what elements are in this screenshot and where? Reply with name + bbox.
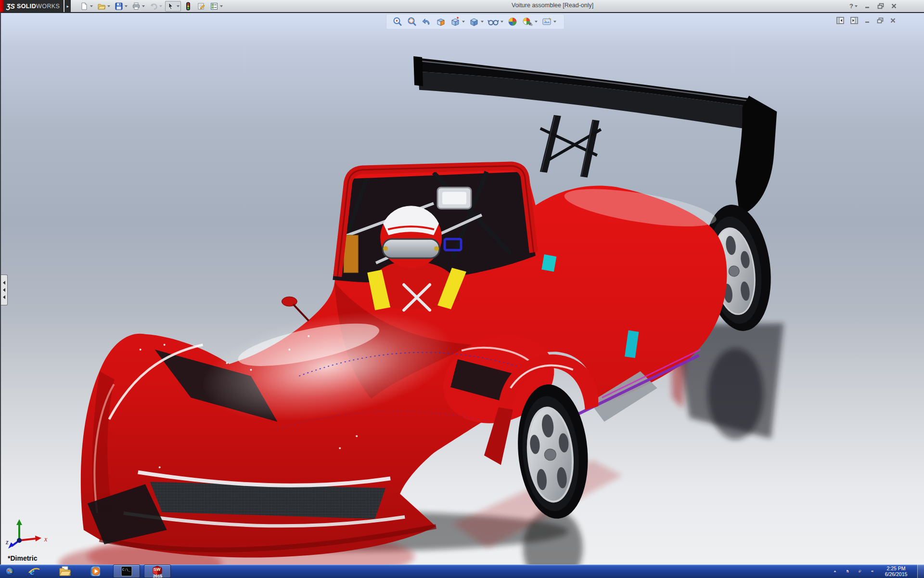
- dropdown-caret-icon[interactable]: [553, 21, 556, 23]
- minimize-button[interactable]: [864, 3, 871, 9]
- media-player-icon: [90, 565, 102, 578]
- taskbar-windows-explorer[interactable]: [51, 565, 78, 578]
- help-label: ?: [849, 2, 853, 10]
- hide-show-items-button[interactable]: [487, 16, 504, 27]
- solidworks-logo-text-light: WORKS: [36, 3, 60, 10]
- taskbar-internet-explorer[interactable]: e: [21, 565, 48, 578]
- display-style-icon: [469, 16, 479, 27]
- eyeglasses-icon: [488, 16, 499, 27]
- save-button[interactable]: [113, 1, 129, 12]
- open-folder-icon: [97, 2, 106, 11]
- view-settings-button[interactable]: [540, 16, 557, 27]
- display-style-button[interactable]: [468, 16, 485, 27]
- note-pencil-icon: [197, 2, 205, 11]
- action-center-flag-icon: [846, 567, 849, 576]
- appearance-ball-icon: [507, 16, 518, 27]
- close-icon: [891, 3, 897, 9]
- start-button[interactable]: [2, 565, 17, 578]
- taskbar-command-prompt[interactable]: C:\_: [113, 565, 140, 578]
- file-properties-button[interactable]: [195, 1, 207, 12]
- triad-z-label: z: [5, 539, 9, 546]
- dropdown-caret-icon[interactable]: [142, 5, 145, 7]
- network-status-button[interactable]: [856, 565, 864, 577]
- dropdown-caret-icon[interactable]: [855, 5, 858, 7]
- window-controls: ?: [849, 0, 897, 12]
- solidworks-logo: ƷS SOLID WORKS: [3, 0, 64, 12]
- graphics-area[interactable]: x z *Dimetric: [0, 12, 924, 565]
- close-button[interactable]: [891, 3, 897, 9]
- doc-close-button[interactable]: [890, 17, 896, 24]
- sw-letters: SW: [154, 567, 161, 572]
- clock-time: 2:25 PM: [881, 565, 911, 571]
- dropdown-caret-icon[interactable]: [90, 5, 93, 7]
- menu-flyout-arrow[interactable]: ▸: [64, 0, 71, 12]
- show-desktop-button[interactable]: [917, 565, 924, 578]
- restore-button[interactable]: [877, 3, 884, 9]
- view-orientation-button[interactable]: [449, 16, 466, 27]
- helmet: [380, 206, 442, 268]
- windows-start-icon: [5, 565, 14, 578]
- solidworks-logo-mark: ƷS: [6, 2, 15, 10]
- options-list-icon: [210, 2, 218, 11]
- dropdown-caret-icon[interactable]: [177, 5, 180, 7]
- new-document-button[interactable]: [78, 1, 94, 12]
- taskbar-solidworks-2015[interactable]: SW 2015: [144, 565, 171, 578]
- left-pane-icon: [836, 17, 844, 24]
- doc-minimize-button[interactable]: [864, 17, 871, 24]
- volume-button[interactable]: [868, 565, 877, 577]
- restore-icon: [877, 17, 884, 24]
- view-settings-icon: [541, 16, 552, 27]
- show-right-pane-button[interactable]: [850, 17, 858, 24]
- select-tool-button[interactable]: [165, 1, 181, 12]
- section-view-icon: [436, 16, 446, 27]
- taskbar-media-player[interactable]: [82, 565, 109, 578]
- close-icon: [890, 17, 896, 24]
- speaker-icon: [871, 567, 874, 576]
- rebuild-button[interactable]: [182, 1, 194, 12]
- feature-panel-collapse-tab[interactable]: [1, 275, 8, 305]
- doc-restore-button[interactable]: [877, 17, 884, 24]
- chevron-up-icon: [834, 569, 836, 573]
- heads-up-view-toolbar: [386, 14, 565, 29]
- dropdown-caret-icon[interactable]: [481, 21, 484, 23]
- dropdown-caret-icon[interactable]: [500, 21, 503, 23]
- save-icon: [115, 2, 123, 11]
- dropdown-caret-icon[interactable]: [125, 5, 128, 7]
- options-button[interactable]: [208, 1, 224, 12]
- sw-year: 2015: [153, 574, 162, 578]
- apply-scene-icon: [522, 16, 533, 27]
- dropdown-caret-icon[interactable]: [535, 21, 538, 23]
- dropdown-caret-icon[interactable]: [220, 5, 223, 7]
- internet-explorer-icon: e: [28, 565, 40, 578]
- print-button[interactable]: [130, 1, 146, 12]
- car-3d-model[interactable]: [1, 13, 924, 565]
- open-button[interactable]: [96, 1, 112, 12]
- zoom-to-fit-button[interactable]: [391, 16, 404, 27]
- view-orientation-icon: [450, 16, 461, 27]
- window-title: Voiture assomblee [Read-only]: [512, 2, 593, 9]
- new-document-icon: [80, 2, 89, 11]
- dropdown-caret-icon[interactable]: [107, 5, 110, 7]
- dropdown-caret-icon[interactable]: [159, 5, 162, 7]
- print-icon: [132, 2, 141, 11]
- taskbar-clock[interactable]: 2:25 PM 6/26/2015: [881, 565, 911, 577]
- orientation-triad: x z: [5, 517, 53, 551]
- undo-button[interactable]: [148, 1, 164, 12]
- previous-view-button[interactable]: [420, 16, 433, 27]
- zoom-to-fit-icon: [392, 16, 403, 27]
- triad-x-label: x: [44, 536, 48, 543]
- show-hidden-icons-button[interactable]: [831, 565, 839, 577]
- action-center-button[interactable]: [843, 565, 852, 577]
- apply-scene-button[interactable]: [521, 16, 539, 27]
- restore-icon: [877, 3, 884, 9]
- dropdown-caret-icon[interactable]: [462, 21, 465, 23]
- edit-appearance-button[interactable]: [506, 16, 519, 27]
- select-cursor-icon: [167, 2, 175, 11]
- zoom-to-area-button[interactable]: [406, 16, 418, 27]
- show-left-pane-button[interactable]: [836, 17, 844, 24]
- help-button[interactable]: ?: [849, 2, 858, 10]
- collapse-arrow-icon: [3, 281, 5, 285]
- section-view-button[interactable]: [435, 16, 447, 27]
- previous-view-icon: [421, 16, 432, 27]
- standard-toolbar: [78, 0, 226, 12]
